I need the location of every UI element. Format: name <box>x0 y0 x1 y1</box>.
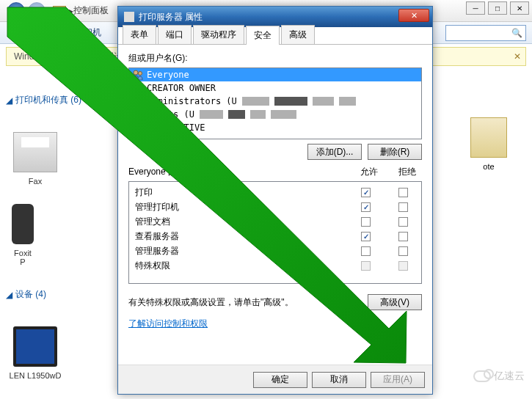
breadcrumb[interactable]: ▸ 控制面板 <box>53 4 109 17</box>
tab-security[interactable]: 安全 <box>246 26 280 45</box>
permission-name: 打印 <box>135 186 361 199</box>
deny-header: 拒绝 <box>398 166 416 178</box>
permission-name: 查看服务器 <box>135 230 361 243</box>
device-keyboard[interactable]: Len Ke <box>6 387 40 399</box>
permission-row: 特殊权限 <box>135 258 415 273</box>
user-name: Everyone <box>147 70 189 80</box>
device-monitor[interactable]: LEN L1950wD <box>6 307 65 380</box>
search-icon: 🔍 <box>511 28 522 38</box>
permission-row: 打印 <box>135 185 415 200</box>
add-user-button[interactable]: 添加(D)... <box>307 144 362 160</box>
deny-checkbox[interactable] <box>398 232 408 241</box>
deny-checkbox[interactable] <box>398 188 408 197</box>
devices-folder-icon <box>53 6 66 16</box>
chevron-down-icon: ◢ <box>6 290 12 300</box>
add-printer-button[interactable]: 添加打印机 <box>57 26 101 39</box>
user-name: Administrators (U <box>147 96 237 106</box>
svg-point-8 <box>134 123 138 128</box>
tabstrip: 表单 端口 驱动程序 安全 高级 <box>118 27 432 45</box>
nav-back-button[interactable] <box>7 2 25 20</box>
allow-checkbox <box>361 261 371 271</box>
allow-checkbox[interactable] <box>361 202 371 212</box>
deny-checkbox <box>398 261 408 271</box>
user-list[interactable]: EveryoneCREATOR OWNERAdministrators (UGu… <box>128 67 422 139</box>
user-row[interactable]: CREATOR OWNER <box>129 81 421 95</box>
section-devices[interactable]: ◢ 设备 (4) <box>6 288 101 301</box>
learn-access-control-link[interactable]: 了解访问控制和权限 <box>128 318 422 330</box>
permission-row: 管理服务器 <box>135 244 415 258</box>
device-fax[interactable]: Fax <box>6 112 65 186</box>
deny-checkbox[interactable] <box>398 246 408 256</box>
print-server-properties-dialog: 打印服务器 属性 ✕ 表单 端口 驱动程序 安全 高级 组或用户名(G): Ev… <box>117 6 433 395</box>
svg-point-3 <box>139 85 142 89</box>
svg-point-7 <box>139 111 142 115</box>
user-group-icon <box>132 70 144 80</box>
add-device-button[interactable]: 添加设备 <box>7 26 43 39</box>
svg-point-2 <box>134 84 138 88</box>
permission-name: 特殊权限 <box>135 260 361 272</box>
svg-point-0 <box>134 70 138 75</box>
printer-icon <box>12 204 34 244</box>
apply-button[interactable]: 应用(A) <box>371 372 425 388</box>
user-row[interactable]: Guests (U <box>129 108 421 121</box>
svg-point-5 <box>139 98 142 102</box>
ok-button[interactable]: 确定 <box>253 372 307 388</box>
bg-maximize-button[interactable]: □ <box>488 1 507 15</box>
permission-row: 查看服务器 <box>135 229 415 244</box>
printer-server-icon <box>124 12 134 22</box>
chevron-down-icon: ◢ <box>6 95 12 106</box>
user-row[interactable]: Everyone <box>129 68 421 81</box>
advanced-hint: 有关特殊权限或高级设置，请单击"高级"。 <box>128 296 362 309</box>
allow-checkbox[interactable] <box>361 232 371 241</box>
permission-name: 管理打印机 <box>135 201 361 213</box>
permission-row: 管理文档 <box>135 214 415 229</box>
dialog-titlebar[interactable]: 打印服务器 属性 ✕ <box>118 7 432 27</box>
svg-point-4 <box>134 97 138 101</box>
svg-point-9 <box>139 125 142 128</box>
cancel-button[interactable]: 取消 <box>312 372 366 388</box>
advanced-button[interactable]: 高级(V) <box>368 294 422 310</box>
user-group-icon <box>132 122 144 133</box>
nav-forward-button[interactable] <box>28 2 45 20</box>
device-foxit[interactable]: Foxit P <box>6 193 40 266</box>
allow-checkbox[interactable] <box>361 246 371 256</box>
allow-checkbox[interactable] <box>361 188 371 197</box>
tab-advanced[interactable]: 高级 <box>281 25 315 44</box>
user-group-icon <box>132 96 144 106</box>
fax-icon <box>13 132 57 172</box>
deny-checkbox[interactable] <box>398 202 408 212</box>
bg-close-button[interactable]: ✕ <box>510 1 529 15</box>
monitor-icon <box>13 326 57 367</box>
svg-point-1 <box>139 72 142 76</box>
permissions-label: Everyone 的权限(P) <box>128 166 206 178</box>
user-group-icon <box>132 83 144 93</box>
watermark: 亿速云 <box>473 370 525 383</box>
dialog-footer: 确定 取消 应用(A) <box>118 365 432 394</box>
user-name: CREATOR OWNER <box>147 83 216 93</box>
infobar-close-icon[interactable]: ✕ <box>514 51 521 62</box>
permission-name: 管理服务器 <box>135 245 361 257</box>
user-name: INTERACTIVE <box>147 122 205 133</box>
remove-user-button[interactable]: 删除(R) <box>368 144 422 160</box>
dialog-close-button[interactable]: ✕ <box>398 9 429 22</box>
user-name: Guests (U <box>147 109 194 120</box>
dialog-title: 打印服务器 属性 <box>139 11 203 23</box>
bg-minimize-button[interactable]: ─ <box>466 1 485 15</box>
device-note[interactable]: ote <box>470 117 507 171</box>
svg-point-6 <box>134 110 138 114</box>
allow-checkbox[interactable] <box>361 217 371 227</box>
note-icon <box>470 117 507 158</box>
permission-row: 管理打印机 <box>135 200 415 214</box>
tab-drivers[interactable]: 驱动程序 <box>193 25 244 44</box>
section-printers[interactable]: ◢ 打印机和传真 (6) <box>6 94 101 106</box>
cloud-icon <box>473 370 491 382</box>
allow-header: 允许 <box>360 166 378 178</box>
deny-checkbox[interactable] <box>398 217 408 227</box>
search-input[interactable]: 🔍 <box>445 25 526 41</box>
user-row[interactable]: Administrators (U <box>129 95 421 108</box>
user-row[interactable]: INTERACTIVE <box>129 121 421 134</box>
group-users-label: 组或用户名(G): <box>128 52 422 65</box>
tab-forms[interactable]: 表单 <box>123 25 156 44</box>
permission-name: 管理文档 <box>135 216 361 228</box>
tab-ports[interactable]: 端口 <box>158 25 192 44</box>
